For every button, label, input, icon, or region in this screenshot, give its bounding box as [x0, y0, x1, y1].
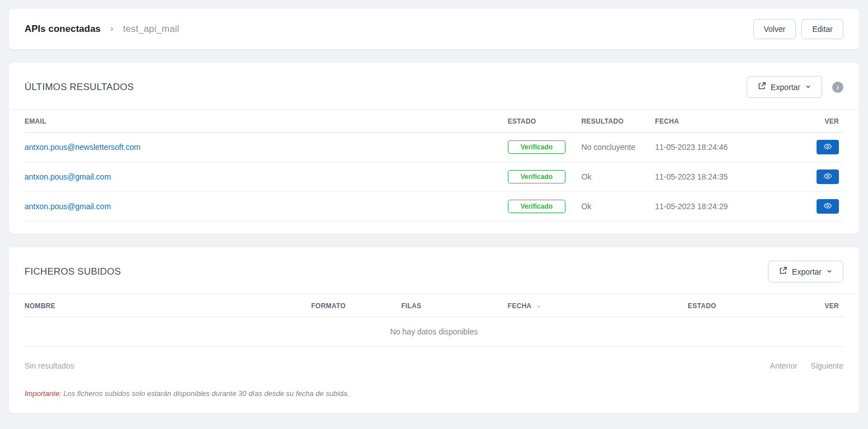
col-email: EMAIL [25, 110, 508, 133]
view-button[interactable] [817, 199, 839, 214]
svg-point-2 [827, 205, 829, 207]
info-icon[interactable]: i [832, 82, 843, 93]
files-table: NOMBRE FORMATO FILAS FECHA ESTADO VER No… [25, 294, 843, 347]
edit-button[interactable]: Editar [801, 19, 843, 39]
view-button[interactable] [817, 169, 839, 184]
files-card: FICHEROS SUBIDOS Exportar NOMBRE FORMATO… [9, 247, 859, 413]
empty-row: No hay datos disponibles [25, 317, 843, 347]
breadcrumb-root[interactable]: APIs conectadas [25, 23, 101, 35]
export-icon [757, 82, 766, 92]
email-link[interactable]: antxon.pous@newslettersoft.com [25, 143, 140, 152]
date-cell: 11-05-2023 18:24:46 [655, 133, 803, 162]
svg-point-0 [827, 145, 829, 148]
eye-icon [823, 143, 833, 152]
export-icon [779, 266, 787, 277]
email-link[interactable]: antxon.pous@gmail.com [25, 202, 111, 211]
result-cell: Ok [582, 162, 655, 192]
sort-desc-icon [536, 304, 541, 309]
pager-prev[interactable]: Anterior [770, 361, 798, 370]
table-row: antxon.pous@gmail.com Verificado Ok 11-0… [25, 192, 843, 221]
files-header: FICHEROS SUBIDOS Exportar [9, 247, 859, 294]
results-export-button[interactable]: Exportar [747, 76, 822, 98]
status-badge: Verificado [508, 140, 565, 154]
date-cell: 11-05-2023 18:24:35 [655, 162, 803, 192]
col-resultado: RESULTADO [582, 110, 655, 133]
chevron-right-icon [108, 26, 115, 32]
note-strong: Importante: [25, 389, 62, 398]
results-card: ÚLTIMOS RESULTADOS Exportar i EMAIL ESTA… [9, 63, 859, 234]
page-header: APIs conectadas test_api_mail Volver Edi… [9, 9, 859, 49]
result-cell: No concluyente [582, 133, 655, 162]
chevron-down-icon [826, 267, 833, 276]
results-table: EMAIL ESTADO RESULTADO FECHA VER antxon.… [25, 110, 843, 221]
col-estado-files[interactable]: ESTADO [688, 294, 803, 317]
table-row: antxon.pous@newslettersoft.com Verificad… [25, 133, 843, 162]
files-export-button[interactable]: Exportar [768, 261, 843, 282]
pager: Anterior Siguiente [770, 361, 843, 370]
status-badge: Verificado [508, 200, 565, 213]
col-formato[interactable]: FORMATO [311, 294, 401, 317]
back-button[interactable]: Volver [753, 19, 796, 39]
breadcrumb: APIs conectadas test_api_mail [25, 23, 179, 35]
retention-note: Importante: Los ficheros subidos solo es… [9, 375, 859, 413]
eye-icon [823, 202, 833, 211]
empty-message: No hay datos disponibles [25, 317, 843, 347]
files-footer: Sin resultados Anterior Siguiente [9, 347, 859, 375]
header-actions: Volver Editar [753, 19, 844, 39]
view-button[interactable] [817, 140, 839, 154]
status-badge: Verificado [508, 170, 565, 183]
pager-next[interactable]: Siguiente [811, 361, 843, 370]
files-export-label: Exportar [792, 267, 822, 276]
col-filas[interactable]: FILAS [401, 294, 507, 317]
email-link[interactable]: antxon.pous@gmail.com [25, 172, 111, 181]
results-header: ÚLTIMOS RESULTADOS Exportar i [9, 63, 859, 110]
col-fecha: FECHA [655, 110, 803, 133]
note-text: Los ficheros subidos solo estarán dispon… [63, 389, 349, 398]
col-ver-files: VER [803, 294, 843, 317]
table-row: antxon.pous@gmail.com Verificado Ok 11-0… [25, 162, 843, 192]
date-cell: 11-05-2023 18:24:29 [655, 192, 803, 221]
col-estado: ESTADO [508, 110, 582, 133]
results-export-label: Exportar [771, 83, 800, 92]
files-title: FICHEROS SUBIDOS [25, 266, 121, 277]
results-title: ÚLTIMOS RESULTADOS [25, 82, 134, 93]
col-ver: VER [803, 110, 843, 133]
col-nombre[interactable]: NOMBRE [25, 294, 311, 317]
chevron-down-icon [805, 83, 812, 92]
eye-icon [823, 172, 833, 182]
svg-point-1 [827, 175, 829, 177]
result-cell: Ok [582, 192, 655, 221]
footer-summary: Sin resultados [25, 361, 74, 370]
breadcrumb-current: test_api_mail [123, 23, 179, 35]
col-fecha-files[interactable]: FECHA [508, 294, 688, 317]
